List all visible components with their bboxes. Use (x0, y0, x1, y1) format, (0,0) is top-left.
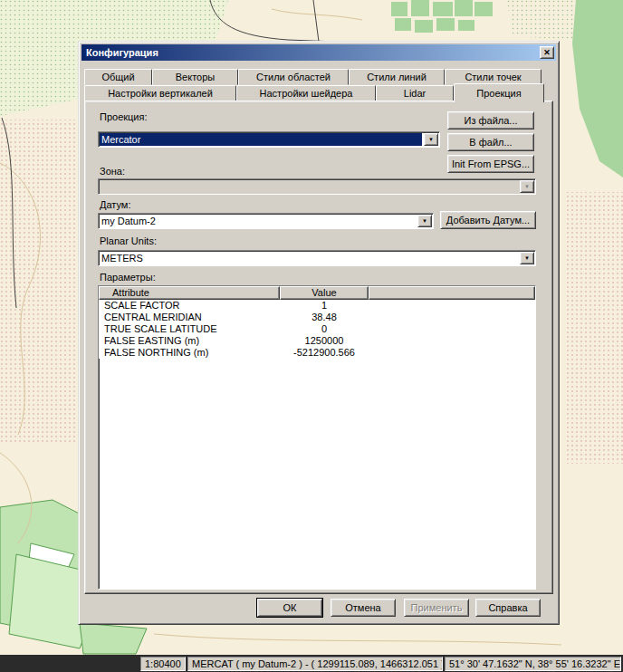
column-header-attribute[interactable]: Attribute (99, 286, 280, 300)
param-value-cell: 0 (280, 323, 369, 335)
tab-line-styles[interactable]: Стили линий (349, 69, 445, 85)
planar-units-select[interactable]: METERS ▼ (98, 250, 536, 266)
status-bar: 1:80400 MERCAT ( my Datum-2 ) - ( 129911… (0, 655, 623, 672)
zone-label: Зона: (100, 166, 125, 177)
param-value-cell: -5212900.566 (280, 347, 369, 359)
datum-select-value[interactable]: my Datum-2 (100, 215, 416, 227)
parameters-table: Attribute Value SCALE FACTOR 1 CENTRAL M… (98, 285, 536, 590)
init-from-epsg-button[interactable]: Init From EPSG... (447, 155, 534, 173)
tab-general[interactable]: Общий (84, 69, 152, 85)
projection-status: MERCAT ( my Datum-2 ) - ( 1299115.089, 1… (187, 657, 443, 671)
param-value-cell: 1 (280, 300, 369, 312)
param-value-cell: 1250000 (280, 335, 369, 347)
chevron-down-icon: ▼ (520, 180, 534, 193)
param-attribute-cell: FALSE EASTING (m) (99, 335, 280, 347)
parameters-table-header: Attribute Value (99, 286, 535, 300)
scale-indicator: 1:80400 (140, 657, 186, 671)
projection-tab-page: Проекция: Mercator ▼ Из файла... В файл.… (84, 101, 553, 594)
table-row[interactable]: CENTRAL MERIDIAN 38.48 (99, 312, 535, 323)
tab-vertical-settings[interactable]: Настройки вертикалей (84, 85, 236, 101)
tab-area-styles[interactable]: Стили областей (238, 69, 349, 85)
column-header-filler (369, 286, 535, 300)
param-attribute-cell: SCALE FACTOR (99, 300, 280, 312)
param-value-cell: 38.48 (280, 312, 369, 323)
dialog-titlebar[interactable]: Конфигурация ✕ (81, 44, 556, 61)
help-button[interactable]: Справка (475, 599, 541, 617)
projection-select-value[interactable]: Mercator (100, 133, 422, 146)
column-header-value[interactable]: Value (280, 286, 369, 300)
ok-button[interactable]: ОК (257, 599, 322, 617)
tab-vectors[interactable]: Векторы (152, 69, 238, 85)
from-file-button[interactable]: Из файла... (447, 111, 534, 130)
zone-select-value (100, 180, 518, 193)
parameters-table-body: SCALE FACTOR 1 CENTRAL MERIDIAN 38.48 TR… (99, 300, 535, 359)
datum-select[interactable]: my Datum-2 ▼ (98, 213, 434, 229)
parameters-label: Параметры: (100, 272, 156, 283)
table-row[interactable]: SCALE FACTOR 1 (99, 300, 535, 312)
chevron-down-icon[interactable]: ▼ (417, 215, 432, 227)
projection-select[interactable]: Mercator ▼ (98, 131, 440, 148)
add-datum-button[interactable]: Добавить Датум... (440, 211, 536, 229)
projection-label: Проекция: (100, 111, 148, 122)
datum-label: Датум: (100, 199, 130, 210)
tab-lidar[interactable]: Lidar (376, 85, 454, 101)
param-attribute-cell: FALSE NORTHING (m) (99, 347, 280, 359)
to-file-button[interactable]: В файл... (447, 133, 534, 151)
table-row[interactable]: FALSE NORTHING (m) -5212900.566 (99, 347, 535, 359)
tab-row-front: Настройки вертикалей Настройки шейдера L… (84, 85, 544, 102)
dialog-title: Конфигурация (86, 47, 540, 58)
tab-projection[interactable]: Проекция (454, 83, 544, 102)
apply-button: Применить (404, 599, 469, 617)
param-attribute-cell: TRUE SCALE LATITUDE (99, 323, 280, 335)
param-attribute-cell: CENTRAL MERIDIAN (99, 312, 280, 323)
planar-units-label: Planar Units: (100, 235, 157, 246)
table-row[interactable]: FALSE EASTING (m) 1250000 (99, 335, 535, 347)
close-icon[interactable]: ✕ (540, 46, 554, 59)
chevron-down-icon[interactable]: ▼ (520, 252, 534, 264)
coordinates-display: 51° 30' 47.1632" N, 38° 55' 16.3232" E (445, 657, 621, 671)
table-row[interactable]: TRUE SCALE LATITUDE 0 (99, 323, 535, 335)
zone-select: ▼ (98, 178, 536, 195)
cancel-button[interactable]: Отмена (331, 599, 396, 617)
chevron-down-icon[interactable]: ▼ (424, 133, 438, 146)
planar-units-select-value[interactable]: METERS (100, 252, 518, 264)
configuration-dialog: Конфигурация ✕ Общий Векторы Стили облас… (78, 41, 560, 625)
tab-shader-settings[interactable]: Настройки шейдера (236, 85, 376, 101)
